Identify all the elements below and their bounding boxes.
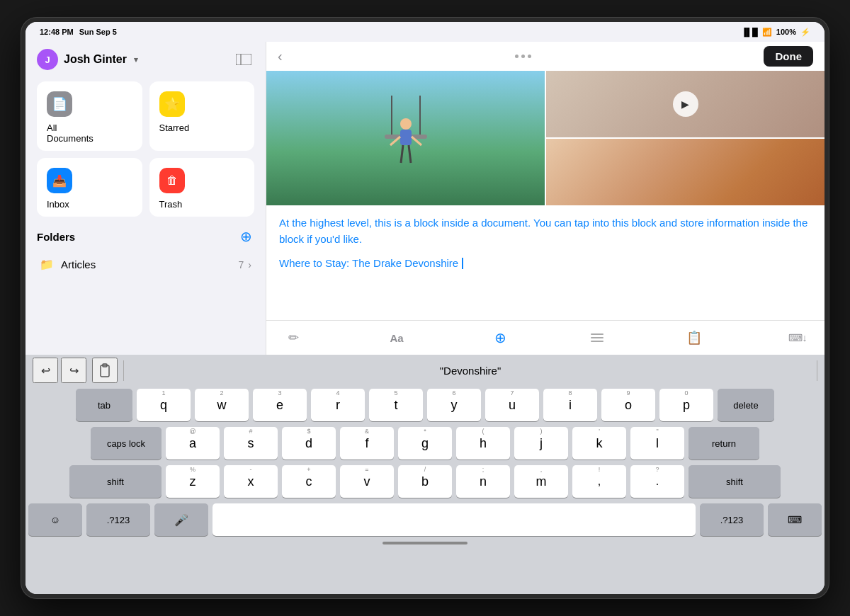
link-button[interactable]: ⊕ bbox=[487, 325, 513, 350]
charging-icon: ⚡ bbox=[800, 28, 810, 37]
doc-paragraph[interactable]: At the highest level, this is a block in… bbox=[279, 215, 812, 247]
doc-content: At the highest level, this is a block in… bbox=[266, 205, 824, 320]
num-right-key[interactable]: .?123 bbox=[700, 503, 764, 536]
nav-label-trash: Trash bbox=[159, 199, 245, 210]
key-z[interactable]: %z bbox=[166, 465, 220, 498]
back-button[interactable]: ‹ bbox=[278, 48, 283, 64]
suggestion-area: "Devonshire" bbox=[123, 360, 817, 381]
svg-rect-0 bbox=[236, 54, 251, 65]
add-folder-button[interactable]: ⊕ bbox=[237, 228, 254, 245]
num-left-key[interactable]: .?123 bbox=[86, 503, 150, 536]
num-right-label: .?123 bbox=[720, 515, 744, 525]
keyboard-dismiss-key[interactable]: ⌨ bbox=[768, 503, 822, 536]
key-u[interactable]: 7u bbox=[485, 389, 539, 421]
folder-icon: 📁 bbox=[40, 258, 54, 271]
key-t[interactable]: 5t bbox=[369, 389, 423, 421]
caps-lock-key[interactable]: caps lock bbox=[91, 427, 162, 460]
suggestion-item[interactable]: "Devonshire" bbox=[123, 360, 817, 381]
key-k[interactable]: 'k bbox=[572, 427, 626, 460]
return-key[interactable]: return bbox=[688, 427, 759, 460]
chevron-down-icon: ▾ bbox=[134, 55, 138, 64]
key-b[interactable]: /b bbox=[398, 465, 452, 498]
nav-label-all-documents: AllDocuments bbox=[47, 122, 132, 144]
shift-right-key[interactable]: shift bbox=[688, 465, 781, 498]
key-o[interactable]: 9o bbox=[601, 389, 655, 421]
sidebar-header: J Josh Ginter ▾ bbox=[37, 49, 254, 70]
nav-card-all-documents[interactable]: 📄 AllDocuments bbox=[37, 81, 142, 151]
trash-icon: 🗑 bbox=[159, 168, 185, 193]
nav-card-starred[interactable]: ⭐ Starred bbox=[149, 81, 255, 151]
date: Sun Sep 5 bbox=[79, 28, 117, 36]
key-period[interactable]: ?. bbox=[630, 465, 684, 498]
photo-swing bbox=[266, 71, 545, 205]
tab-label: tab bbox=[98, 400, 110, 411]
sidebar-toggle-button[interactable] bbox=[233, 52, 254, 67]
nav-card-trash[interactable]: 🗑 Trash bbox=[149, 158, 255, 217]
chevron-right-icon: › bbox=[248, 259, 251, 270]
clipboard-icon bbox=[97, 363, 113, 378]
shift-right-label: shift bbox=[726, 477, 743, 487]
shift-left-key[interactable]: shift bbox=[69, 465, 162, 498]
key-w[interactable]: 2w bbox=[195, 389, 249, 421]
num-left-label: .?123 bbox=[107, 515, 130, 525]
delete-key[interactable]: delete bbox=[718, 389, 774, 421]
undo-redo-group: ↩ ↪ bbox=[33, 358, 86, 383]
caps-label: caps lock bbox=[107, 438, 145, 449]
key-n[interactable]: ;n bbox=[456, 465, 510, 498]
done-button[interactable]: Done bbox=[764, 46, 813, 67]
user-row[interactable]: J Josh Ginter ▾ bbox=[37, 49, 138, 70]
keyboard-suggestion-bar: ↩ ↪ "Devonshire" bbox=[26, 355, 824, 386]
photo-kids bbox=[546, 139, 824, 205]
doc-title-text: Where to Stay: The Drake Devonshire bbox=[279, 257, 458, 269]
content-area: ‹ Done bbox=[266, 42, 824, 355]
key-p[interactable]: 0p bbox=[659, 389, 713, 421]
doc-title[interactable]: Where to Stay: The Drake Devonshire bbox=[279, 257, 812, 269]
key-e[interactable]: 3e bbox=[253, 389, 307, 421]
format-icon[interactable]: ✏ bbox=[280, 325, 306, 350]
folder-row-articles[interactable]: 📁 Articles 7 › bbox=[37, 252, 254, 277]
key-row-2: caps lock @a #s $d &f *g (h )j 'k "l ret… bbox=[28, 427, 822, 460]
key-comma[interactable]: !, bbox=[572, 465, 626, 498]
key-s[interactable]: #s bbox=[224, 427, 278, 460]
key-g[interactable]: *g bbox=[398, 427, 452, 460]
text-style-button[interactable]: Aa bbox=[384, 325, 409, 350]
space-key[interactable] bbox=[212, 503, 696, 536]
starred-icon: ⭐ bbox=[159, 91, 185, 117]
more-options[interactable] bbox=[515, 55, 531, 58]
key-l[interactable]: "l bbox=[630, 427, 684, 460]
kbd-label: ⌨ bbox=[788, 514, 802, 525]
key-d[interactable]: $d bbox=[282, 427, 336, 460]
menu-icon[interactable] bbox=[591, 333, 604, 342]
clipboard-toolbar-icon[interactable]: 📋 bbox=[681, 325, 707, 350]
key-r[interactable]: 4r bbox=[311, 389, 365, 421]
key-i[interactable]: 8i bbox=[543, 389, 597, 421]
tab-key[interactable]: tab bbox=[76, 389, 132, 421]
folder-left: 📁 Articles bbox=[40, 258, 96, 271]
key-y[interactable]: 6y bbox=[427, 389, 481, 421]
cursor bbox=[462, 258, 463, 269]
key-v[interactable]: =v bbox=[340, 465, 394, 498]
key-j[interactable]: )j bbox=[514, 427, 568, 460]
key-h[interactable]: (h bbox=[456, 427, 510, 460]
key-f[interactable]: &f bbox=[340, 427, 394, 460]
home-indicator bbox=[26, 536, 824, 550]
folder-right: 7 › bbox=[239, 259, 251, 270]
key-c[interactable]: +c bbox=[282, 465, 336, 498]
main-area: J Josh Ginter ▾ 📄 AllDocuments ⭐ bbox=[26, 42, 824, 355]
play-button-icon[interactable]: ▶ bbox=[673, 91, 698, 117]
keyboard-dismiss-icon[interactable]: ⌨↓ bbox=[785, 325, 810, 350]
nav-card-inbox[interactable]: 📥 Inbox bbox=[37, 158, 142, 217]
key-m[interactable]: ,m bbox=[514, 465, 568, 498]
key-q[interactable]: 1q bbox=[137, 389, 191, 421]
key-x[interactable]: -x bbox=[224, 465, 278, 498]
key-row-3: shift %z -x +c =v /b ;n ,m !, ?. shift bbox=[28, 465, 822, 498]
status-left: 12:48 PM Sun Sep 5 bbox=[40, 28, 117, 36]
clipboard-button[interactable] bbox=[92, 358, 118, 383]
key-a[interactable]: @a bbox=[166, 427, 220, 460]
video-image: ▶ bbox=[546, 71, 824, 137]
emoji-key[interactable]: ☺ bbox=[28, 503, 82, 536]
line1 bbox=[591, 333, 604, 335]
mic-key[interactable]: 🎤 bbox=[154, 503, 208, 536]
redo-button[interactable]: ↪ bbox=[61, 358, 86, 383]
undo-button[interactable]: ↩ bbox=[33, 358, 58, 383]
